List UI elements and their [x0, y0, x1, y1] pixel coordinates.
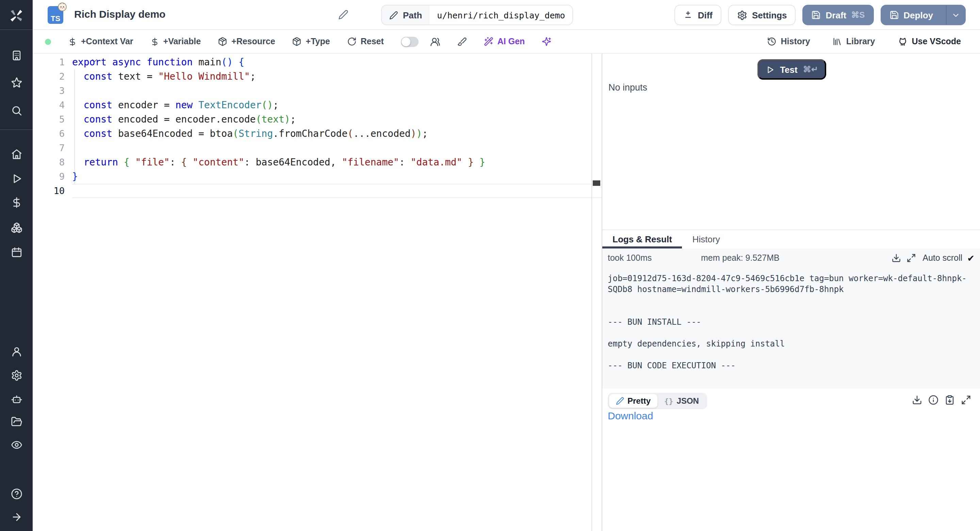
test-button[interactable]: Test ⌘↵ — [757, 59, 826, 80]
log-text: job=01912d75-163d-8204-47c9-5469c516cb1e… — [608, 273, 969, 371]
sidebar-item-resources[interactable] — [0, 222, 33, 233]
sidebar-item-search[interactable] — [0, 105, 33, 116]
deploy-button[interactable]: Deploy — [880, 5, 966, 25]
building-icon — [11, 50, 22, 61]
sidebar-item-workers[interactable] — [0, 394, 33, 405]
sidebar-item-audit-logs[interactable] — [0, 439, 33, 451]
test-label: Test — [780, 64, 798, 75]
code-editor[interactable]: 12345678910 export async function main()… — [33, 54, 601, 531]
top-bar: TS Rich Display demo Path u/henri/rich_d… — [33, 0, 980, 30]
path-value: u/henri/rich_display_demo — [430, 5, 572, 24]
calendar-icon — [11, 246, 22, 258]
tab-logs-result[interactable]: Logs & Result — [602, 230, 682, 249]
sidebar-divider — [0, 29, 33, 30]
save-icon — [889, 10, 899, 20]
expand-logs-icon[interactable] — [906, 253, 916, 263]
dollar-icon — [150, 37, 159, 46]
package-icon — [218, 37, 227, 46]
reset-button[interactable]: Reset — [347, 37, 384, 46]
play-icon — [765, 65, 775, 74]
run-status-row: took 100ms mem peak: 9.527MB Auto scroll… — [602, 249, 980, 268]
chevron-down-icon — [951, 11, 960, 19]
add-type-button[interactable]: +Type — [292, 37, 330, 46]
cat-icon — [897, 37, 907, 47]
ai-gen-label: AI Gen — [498, 37, 525, 46]
editor-overview-ruler[interactable] — [592, 54, 601, 531]
sidebar-item-runs[interactable] — [0, 173, 33, 185]
home-icon — [11, 148, 22, 160]
ai-sparkles-button[interactable] — [542, 37, 551, 46]
pretty-tab[interactable]: Pretty — [609, 394, 657, 408]
windmill-logo-icon[interactable] — [0, 8, 33, 23]
library-label: Library — [846, 37, 875, 46]
result-section: Pretty {} JSON — [602, 389, 980, 531]
toggle-knob — [401, 37, 410, 46]
search-icon — [11, 105, 22, 116]
sidebar-expand-button[interactable] — [0, 511, 33, 523]
code-content[interactable]: export async function main() { const tex… — [72, 55, 591, 198]
tab-history[interactable]: History — [682, 230, 730, 249]
pretty-label: Pretty — [627, 396, 651, 406]
sidebar-item-folders[interactable] — [0, 416, 33, 427]
save-icon — [811, 10, 821, 20]
sidebar-item-settings[interactable] — [0, 370, 33, 381]
download-result-icon[interactable] — [912, 395, 922, 405]
settings-button[interactable]: Settings — [728, 5, 796, 25]
copy-result-icon[interactable] — [945, 395, 955, 405]
plus-minus-icon — [684, 10, 693, 20]
history-button[interactable]: History — [767, 37, 810, 46]
add-context-var-button[interactable]: +Context Var — [68, 37, 134, 46]
star-icon — [11, 77, 22, 88]
help-icon — [11, 488, 22, 500]
editor-toolbar: +Context Var +Variable +Resource +Type R… — [33, 30, 980, 54]
line-number-gutter: 12345678910 — [33, 55, 65, 198]
use-vscode-button[interactable]: Use VScode — [897, 37, 961, 47]
log-output[interactable]: job=01912d75-163d-8204-47c9-5469c516cb1e… — [602, 268, 980, 389]
settings-label: Settings — [752, 10, 787, 20]
diff-mode-toggle[interactable] — [401, 37, 418, 47]
collaborators-button[interactable] — [430, 37, 440, 47]
deploy-main[interactable]: Deploy — [881, 5, 941, 24]
user-icon — [11, 346, 22, 357]
inputs-section: Test ⌘↵ No inputs — [602, 54, 980, 230]
path-label: Path — [403, 10, 422, 20]
arrow-right-icon — [11, 511, 22, 523]
add-resource-button[interactable]: +Resource — [218, 37, 275, 46]
type-label: +Type — [306, 37, 330, 46]
info-icon[interactable] — [928, 395, 939, 405]
expand-result-icon[interactable] — [961, 395, 971, 405]
braces-icon: {} — [664, 397, 673, 405]
eye-icon — [11, 439, 22, 451]
sidebar-item-variables[interactable] — [0, 197, 33, 208]
deploy-dropdown-button[interactable] — [946, 5, 965, 24]
add-variable-button[interactable]: +Variable — [150, 37, 201, 46]
draft-button[interactable]: Draft ⌘S — [803, 5, 874, 25]
json-tab[interactable]: {} JSON — [657, 394, 706, 408]
draft-label: Draft — [826, 10, 846, 20]
sidebar-item-help[interactable] — [0, 488, 33, 500]
path-control[interactable]: Path u/henri/rich_display_demo — [381, 5, 573, 25]
use-vscode-label: Use VScode — [912, 37, 961, 46]
sidebar-item-workspace[interactable] — [0, 50, 33, 61]
gear-icon — [737, 10, 747, 20]
download-logs-icon[interactable] — [891, 253, 901, 263]
auto-scroll-label[interactable]: Auto scroll — [923, 253, 962, 263]
format-button[interactable] — [457, 37, 467, 46]
library-button[interactable]: Library — [833, 37, 875, 46]
mem-peak-text: mem peak: 9.527MB — [701, 253, 780, 263]
auto-scroll-checkbox[interactable]: ✔ — [967, 253, 975, 263]
draft-shortcut: ⌘S — [851, 10, 865, 20]
history-icon — [767, 37, 777, 46]
pencil-icon — [389, 11, 398, 19]
sidebar-item-favorites[interactable] — [0, 77, 33, 88]
edit-summary-icon[interactable] — [338, 10, 348, 20]
sidebar-item-users[interactable] — [0, 346, 33, 357]
windmill-script-editor: TS Rich Display demo Path u/henri/rich_d… — [0, 0, 980, 531]
reset-icon — [347, 37, 356, 46]
diff-button[interactable]: Diff — [675, 5, 721, 25]
sidebar-item-schedules[interactable] — [0, 246, 33, 258]
sidebar-item-home[interactable] — [0, 148, 33, 160]
ai-gen-button[interactable]: AI Gen — [484, 37, 525, 46]
variable-label: +Variable — [163, 37, 201, 46]
download-link[interactable]: Download — [608, 410, 653, 421]
